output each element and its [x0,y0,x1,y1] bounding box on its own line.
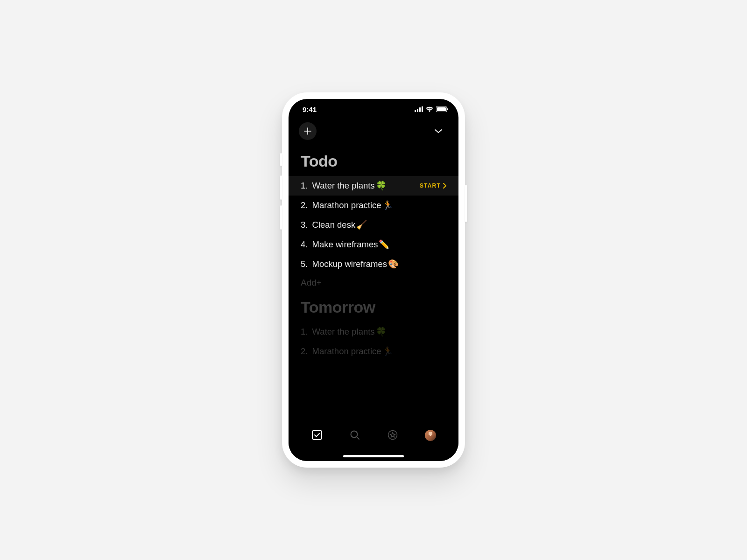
task-row[interactable]: 4. Make wireframes✏️ [289,235,458,254]
phone-side-button [280,175,282,200]
cellular-icon [415,106,423,112]
status-right [415,106,448,112]
tab-favorites[interactable] [382,430,403,440]
chevron-right-icon [443,183,446,189]
collapse-button[interactable] [430,125,446,137]
home-indicator[interactable] [343,455,404,457]
svg-rect-6 [447,108,448,110]
tab-profile[interactable] [420,430,441,441]
emoji-icon: 🏃 [382,346,393,357]
svg-rect-0 [415,110,416,112]
section-title-tomorrow: Tomorrow [289,298,458,322]
content: Todo 1. Water the plants🍀 START 2. Marat… [289,143,458,361]
emoji-icon: 🏃 [382,200,393,210]
tab-search[interactable] [345,430,365,440]
task-text: 3. Clean desk🧹 [301,220,367,230]
task-text: 4. Make wireframes✏️ [301,239,389,250]
star-icon [388,430,398,440]
svg-rect-7 [312,430,322,440]
add-button[interactable] [299,122,317,140]
emoji-icon: 🧹 [356,220,367,230]
emoji-icon: 🍀 [376,181,387,191]
start-button[interactable]: START [420,182,446,189]
task-row[interactable]: 1. Water the plants🍀 [289,322,458,342]
phone-frame: 9:41 [282,92,465,468]
chevron-down-icon [434,129,443,133]
emoji-icon: 🎨 [388,259,399,269]
start-label: START [420,182,441,189]
avatar [425,430,436,441]
task-row[interactable]: 2. Marathon practice🏃 [289,196,458,215]
emoji-icon: ✏️ [379,239,389,250]
task-row[interactable]: 3. Clean desk🧹 [289,215,458,235]
emoji-icon: 🍀 [376,327,387,337]
task-text: 1. Water the plants🍀 [301,181,387,191]
svg-rect-3 [422,106,423,112]
add-task-button[interactable]: Add+ [289,274,458,298]
tab-tasks[interactable] [307,430,327,440]
section-title-today: Todo [289,152,458,176]
search-icon [350,430,360,440]
svg-point-9 [388,431,397,440]
phone-side-button [280,153,282,166]
task-row[interactable]: 1. Water the plants🍀 START [289,176,458,196]
status-time: 9:41 [303,105,317,113]
svg-rect-5 [437,107,446,111]
phone-side-button [465,185,467,222]
task-text: 5. Mockup wireframes🎨 [301,259,399,269]
status-bar: 9:41 [289,99,458,119]
wifi-icon [426,106,433,112]
phone-side-button [280,205,282,230]
task-text: 2. Marathon practice🏃 [301,200,393,210]
task-row[interactable]: 5. Mockup wireframes🎨 [289,254,458,274]
task-text: 1. Water the plants🍀 [301,327,387,337]
checkbox-icon [312,430,322,440]
plus-icon [304,127,311,135]
phone-screen: 9:41 [289,99,458,461]
task-row[interactable]: 2. Marathon practice🏃 [289,342,458,361]
svg-rect-2 [419,107,421,112]
task-text: 2. Marathon practice🏃 [301,346,393,357]
battery-icon [436,106,448,112]
top-bar [289,119,458,143]
svg-rect-1 [417,109,418,112]
